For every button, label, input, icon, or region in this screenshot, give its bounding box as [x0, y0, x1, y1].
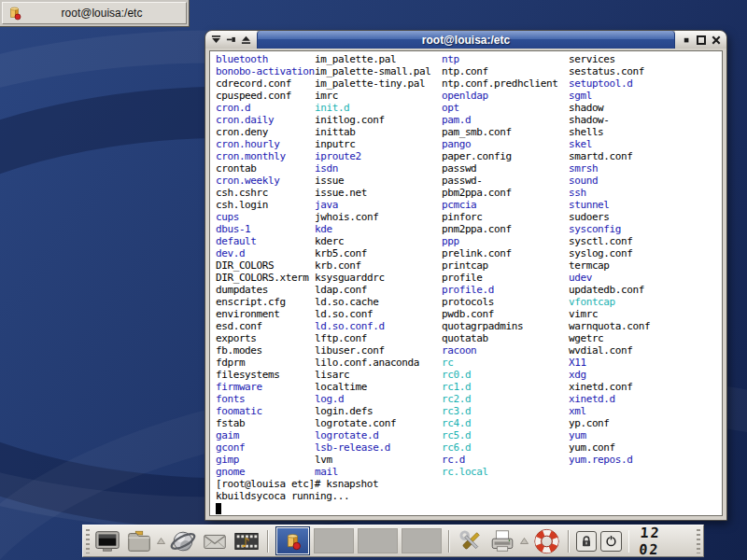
file-entry: syslog.conf [569, 247, 650, 259]
panel-separator [628, 530, 630, 553]
file-entry: cron.weekly [216, 175, 315, 187]
window-titlebar[interactable]: root@louisa:/etc [205, 31, 726, 49]
file-entry: smrsh [569, 162, 650, 175]
file-entry: rc [442, 357, 557, 369]
email-icon[interactable] [201, 526, 229, 555]
file-entry: rc.d [442, 454, 557, 466]
file-entry: yum.conf [569, 441, 650, 454]
printer-icon[interactable] [488, 526, 516, 555]
logout-power-button[interactable] [600, 531, 621, 552]
file-entry: krb.conf [315, 259, 430, 272]
file-entry: ld.so.conf.d [315, 320, 430, 332]
panel-handle-left[interactable] [86, 529, 90, 553]
clock[interactable]: 12 02 [635, 525, 694, 558]
file-entry: sysctl.conf [569, 235, 650, 247]
file-entry: vfontcap [569, 296, 650, 308]
web-browser-icon[interactable] [169, 526, 197, 555]
file-entry: opt [442, 102, 557, 114]
file-entry: pbm2ppa.conf [442, 187, 557, 199]
terminal-app-icon [284, 532, 303, 551]
file-entry: cron.daily [216, 114, 315, 126]
file-entry: crontab [216, 162, 315, 175]
minimize-icon[interactable] [680, 34, 692, 46]
tools-popup-arrow-icon[interactable] [520, 537, 529, 546]
file-entry: krb5.conf [315, 247, 430, 259]
file-entry: sudoers [569, 211, 650, 223]
pin-icon[interactable] [225, 34, 237, 46]
shade-menu-icon[interactable] [210, 34, 222, 46]
file-entry: ksysguarddrc [315, 272, 430, 284]
file-manager-icon[interactable] [125, 526, 153, 555]
file-entry: paper.config [442, 150, 557, 162]
file-entry: ppp [442, 235, 557, 247]
launcher-popup-arrow-icon[interactable] [157, 537, 166, 546]
file-entry: kde [315, 223, 430, 235]
file-entry: cpuspeed.conf [216, 90, 315, 102]
terminal-launcher-icon[interactable] [93, 526, 121, 555]
file-entry: pcmcia [442, 199, 557, 211]
taskbar-empty-slot [314, 528, 354, 553]
file-listing-column-2: im_palette.palim_palette-small.palim_pal… [315, 53, 430, 478]
file-entry: protocols [442, 296, 557, 308]
file-entry: passwd- [442, 175, 557, 187]
file-entry: initlog.conf [315, 114, 430, 126]
file-entry: isdn [315, 162, 430, 175]
file-entry: pinforc [442, 211, 557, 223]
file-entry: xinetd.d [569, 393, 650, 405]
file-entry: issue.net [315, 187, 430, 199]
file-entry: passwd [442, 162, 557, 175]
file-entry: dev.d [216, 247, 315, 259]
file-entry: fstab [216, 417, 315, 429]
panel-handle-right[interactable] [697, 529, 700, 553]
lock-screen-button[interactable] [576, 531, 597, 552]
file-entry: openldap [442, 90, 557, 102]
file-entry: im_palette-small.pal [315, 65, 430, 77]
file-entry: udev [569, 272, 650, 284]
panel-separator [568, 530, 570, 553]
file-listing-column-3: ntpntp.confntp.conf.predhclientopenldapo… [442, 53, 557, 478]
file-entry: pnm2ppa.conf [442, 223, 557, 235]
desktop[interactable]: root@louisa:/etc [0, 0, 747, 560]
roll-up-icon[interactable] [240, 34, 252, 46]
file-entry: X11 [569, 357, 650, 369]
file-entry: warnquota.conf [569, 320, 650, 332]
file-entry: gconf [216, 441, 315, 454]
file-entry: pango [442, 138, 557, 150]
file-entry: xinetd.conf [569, 381, 650, 393]
shell-status-line: kbuildsycoca running... [216, 490, 349, 502]
file-entry: ld.so.conf [315, 308, 430, 320]
file-entry: libuser.conf [315, 344, 430, 357]
file-entry: rc5.d [442, 429, 557, 441]
konsole-window: root@louisa:/etc bluetoothbonobo-activat… [205, 31, 726, 520]
task-button-konsole[interactable]: root@louisa:/etc [2, 2, 187, 24]
file-entry: pwdb.conf [442, 308, 557, 320]
help-lifebuoy-icon[interactable] [532, 526, 561, 555]
file-entry: racoon [442, 344, 557, 357]
maximize-icon[interactable] [695, 34, 707, 46]
file-entry: foomatic [216, 405, 315, 417]
multimedia-icon[interactable]: ♪ [233, 526, 261, 555]
file-entry: bonobo-activation [216, 65, 315, 77]
taskbar-empty-slot [358, 528, 398, 553]
file-entry: ntp.conf.predhclient [442, 77, 557, 90]
file-entry: profile [442, 272, 557, 284]
file-entry: wgetrc [569, 332, 650, 344]
file-entry: quotagrpadmins [442, 320, 557, 332]
close-icon[interactable] [710, 34, 722, 46]
file-entry: log.d [315, 393, 430, 405]
file-entry: filesystems [216, 369, 315, 381]
titlebar-title-area[interactable]: root@louisa:/etc [257, 31, 675, 49]
file-entry: kderc [315, 235, 430, 247]
power-icon [604, 534, 618, 548]
file-entry: sgml [569, 90, 650, 102]
file-entry: sestatus.conf [569, 65, 650, 77]
file-entry: gaim [216, 429, 315, 441]
file-entry: shells [569, 126, 650, 138]
taskbar-active-task-konsole[interactable] [275, 526, 309, 555]
terminal-screen[interactable]: bluetoothbonobo-activationcdrecord.confc… [209, 50, 723, 516]
settings-tools-icon[interactable] [457, 526, 485, 555]
svg-text:♪: ♪ [242, 534, 250, 549]
file-entry: inputrc [315, 138, 430, 150]
file-entry: termcap [569, 259, 650, 272]
file-entry: lsb-release.d [315, 441, 430, 454]
